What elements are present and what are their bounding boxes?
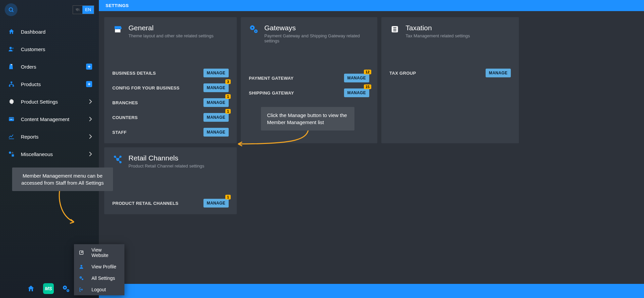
svg-point-22 xyxy=(80,265,82,267)
svg-point-30 xyxy=(255,31,257,32)
count-badge: 3 xyxy=(225,79,231,84)
manage-button[interactable]: MANAGE xyxy=(486,69,511,77)
nav-label: Products xyxy=(21,81,41,87)
card-subtitle: Payment Gateway and Shipping Gateway rel… xyxy=(264,33,369,43)
setting-label: STAFF xyxy=(112,130,126,135)
card-title: Retail Channels xyxy=(128,154,204,162)
nav-label: Customers xyxy=(21,46,45,52)
setting-row: BUSINESS DETAILS MANAGE xyxy=(112,69,229,77)
card-taxation: Taxation Tax Management related settings… xyxy=(381,17,519,143)
popup-logout[interactable]: Logout xyxy=(74,284,124,295)
svg-point-20 xyxy=(68,290,69,291)
popup-label: View Website xyxy=(91,247,120,258)
nav-products[interactable]: Products + xyxy=(0,75,99,93)
external-link-icon xyxy=(79,250,85,255)
popup-view-website[interactable]: View Website xyxy=(74,244,124,261)
nav-label: Orders xyxy=(21,64,36,70)
home-icon xyxy=(27,285,35,293)
svg-point-15 xyxy=(9,152,11,154)
user-icon xyxy=(79,264,85,269)
svg-rect-7 xyxy=(12,85,14,86)
lang-en-button[interactable]: EN xyxy=(82,6,94,14)
popup-all-settings[interactable]: All Settings xyxy=(74,272,124,284)
search-button[interactable] xyxy=(5,3,17,16)
svg-rect-16 xyxy=(12,154,14,157)
network-icon xyxy=(112,154,123,165)
nav-label: Dashboard xyxy=(21,29,45,35)
count-badge: 1 xyxy=(225,195,231,199)
footer-settings-button[interactable] xyxy=(62,285,70,293)
svg-point-3 xyxy=(12,47,14,49)
count-badge: 12 xyxy=(364,70,371,74)
card-subtitle: Tax Management related settings xyxy=(406,33,470,38)
chevron-right-icon xyxy=(89,151,92,157)
manage-button[interactable]: MANAGE xyxy=(203,83,229,92)
card-title: Taxation xyxy=(406,24,470,32)
card-subtitle: Theme layout and other site related sett… xyxy=(128,33,214,38)
manage-button[interactable]: MANAGE xyxy=(344,74,369,82)
svg-point-18 xyxy=(64,287,66,288)
manage-staff-button[interactable]: MANAGE xyxy=(203,128,229,137)
nav-customers[interactable]: Customers xyxy=(0,40,99,58)
svg-point-36 xyxy=(392,29,393,30)
nav-content-management[interactable]: Content Management xyxy=(0,110,99,128)
setting-label: BUSINESS DETAILS xyxy=(112,71,156,76)
home-icon xyxy=(7,28,15,35)
setting-label: PRODUCT RETAIL CHANNELS xyxy=(112,201,178,206)
setting-label: PAYMENT GATEWAY xyxy=(249,76,294,81)
users-icon xyxy=(7,46,15,52)
arrow-annotation-icon xyxy=(54,186,81,226)
setting-row: COUNTERS 1 MANAGE xyxy=(112,113,229,122)
nav-reports[interactable]: Reports xyxy=(0,128,99,145)
manage-button[interactable]: MANAGE xyxy=(203,69,229,77)
setting-row: PRODUCT RETAIL CHANNELS 1 MANAGE xyxy=(112,199,229,208)
nav-dashboard[interactable]: Dashboard xyxy=(0,23,99,40)
plus-badge-icon[interactable]: + xyxy=(86,81,92,87)
manage-button[interactable]: MANAGE xyxy=(203,113,229,122)
nav-label: Product Settings xyxy=(21,99,58,105)
svg-point-37 xyxy=(392,31,393,31)
footer-ms-button[interactable]: MS xyxy=(43,283,54,294)
nav-product-settings[interactable]: Product Settings xyxy=(0,93,99,110)
count-badge: 1 xyxy=(225,94,231,99)
svg-rect-4 xyxy=(11,64,12,65)
main-content: SETTINGS General Theme layout and other … xyxy=(99,0,644,298)
page-title: SETTINGS xyxy=(106,3,129,8)
plus-badge-icon[interactable]: + xyxy=(86,64,92,70)
card-header: Gateways Payment Gateway and Shipping Ga… xyxy=(249,24,369,43)
setting-row: PAYMENT GATEWAY 12 MANAGE xyxy=(249,74,369,82)
popup-label: Logout xyxy=(91,287,106,292)
popup-label: View Profile xyxy=(91,264,116,269)
bag-icon xyxy=(7,63,15,70)
card-subtitle: Product Retail Channel related settings xyxy=(128,163,204,169)
setting-label: COUNTERS xyxy=(112,115,138,120)
setting-label: BRANCHES xyxy=(112,100,138,105)
setting-label: CONFIG FOR YOUR BUSINESS xyxy=(112,85,180,90)
manage-button[interactable]: MANAGE xyxy=(344,88,369,97)
popup-menu: View Website View Profile All Settings L… xyxy=(74,244,124,295)
manage-button[interactable]: MANAGE xyxy=(203,199,229,208)
shapes-icon xyxy=(7,151,15,157)
setting-row: STAFF MANAGE xyxy=(112,128,229,137)
chevron-right-icon xyxy=(89,134,92,139)
svg-point-28 xyxy=(252,27,253,29)
language-switch: বাং EN xyxy=(73,5,94,14)
card-retail: Retail Channels Product Retail Channel r… xyxy=(104,147,237,214)
sidebar-top: বাং EN xyxy=(0,0,99,20)
setting-label: SHIPPING GATEWAY xyxy=(249,90,294,96)
setting-row: SHIPPING GATEWAY 15 MANAGE xyxy=(249,88,369,97)
gear-advanced-icon xyxy=(62,285,70,293)
manage-button[interactable]: MANAGE xyxy=(203,98,229,107)
lang-bn-button[interactable]: বাং xyxy=(73,6,82,14)
footer-home-button[interactable] xyxy=(27,285,35,293)
popup-view-profile[interactable]: View Profile xyxy=(74,261,124,272)
svg-rect-5 xyxy=(11,82,12,83)
content-area: General Theme layout and other site rela… xyxy=(99,11,644,220)
nav-orders[interactable]: Orders + xyxy=(0,58,99,75)
svg-rect-6 xyxy=(9,85,10,86)
nav-miscellaneous[interactable]: Miscellaneous xyxy=(0,145,99,163)
search-icon xyxy=(8,7,14,13)
content-icon xyxy=(7,116,15,122)
bottom-bar xyxy=(99,284,644,298)
count-badge: 1 xyxy=(225,109,231,114)
